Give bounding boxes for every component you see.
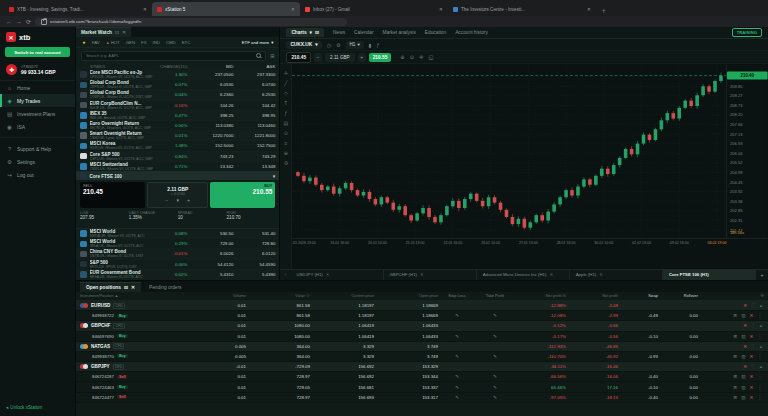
stop-loss-cell[interactable]: ✎ xyxy=(438,334,476,339)
chart-tab[interactable]: USDJPY (H1)✕ xyxy=(290,270,383,280)
open-chart-icon[interactable]: ▥ xyxy=(741,334,745,339)
column-header-swap[interactable]: Swap xyxy=(618,293,658,298)
instrument-row[interactable]: S&P 500SPY5.UK, SPDR, UCITS, DIST0.00%54… xyxy=(76,260,279,270)
instrument-row[interactable]: Smart Overnight ReturnCSH2.UK, Lyxor, UC… xyxy=(76,131,279,141)
volume-box[interactable]: 2.11 GBP ≈ 0.0100 − ▾ + xyxy=(147,182,208,208)
chart-tab[interactable]: Apple (H1)✕ xyxy=(570,270,663,280)
chart-settings-icon[interactable]: ⚙ xyxy=(336,42,340,48)
browser-tab[interactable]: XTB - Investing, Savings, Tradi...✕ xyxy=(4,2,152,16)
take-profit-cell[interactable]: ✎ xyxy=(476,374,514,379)
tab-open-positions[interactable]: Open positions ⊡ ✕ xyxy=(80,282,141,292)
popout-icon[interactable]: ⊡ xyxy=(124,285,128,290)
more-icon[interactable]: ⋮ xyxy=(757,374,762,379)
take-profit-cell[interactable]: ✎ xyxy=(476,313,514,318)
sidebar-item-settings[interactable]: ⚙Settings xyxy=(0,155,75,168)
browser-tab[interactable]: The Investors Centre - Investi...✕ xyxy=(448,2,596,16)
tab-close-icon[interactable]: ✕ xyxy=(439,6,443,12)
template-tool-icon[interactable]: ▤ xyxy=(284,120,289,126)
more-icon[interactable]: ⋮ xyxy=(751,364,756,369)
filter-fx[interactable]: FX xyxy=(141,40,147,45)
close-icon[interactable]: ✕ xyxy=(131,285,135,290)
instrument-row[interactable]: MSCI WorldSWDA.UK, iShares VII, UCITS, A… xyxy=(76,229,279,239)
add-tool-icon[interactable]: ⊕ xyxy=(284,150,288,156)
more-icon[interactable]: ⋮ xyxy=(757,385,762,390)
position-row[interactable]: 846724463Buy0.01729.05156.681153.337✎✎65… xyxy=(76,382,768,392)
close-position-icon[interactable]: ✕ xyxy=(750,374,754,379)
chart-tab[interactable]: GBPCHF (H1)✕ xyxy=(384,270,477,280)
filter-etf-and-more[interactable]: ETF and more▾ xyxy=(242,40,274,45)
selected-instrument-row[interactable]: Core FTSE 100 ▾ xyxy=(76,171,279,180)
close-position-icon[interactable]: ✕ xyxy=(750,334,754,339)
interval-select[interactable]: H1▾ xyxy=(346,41,364,49)
chart-tab-close-icon[interactable]: ✕ xyxy=(326,272,330,277)
duplicate-icon[interactable]: ⊞ xyxy=(733,313,737,318)
collapse-icon[interactable]: ▴ xyxy=(760,364,762,369)
popout-icon[interactable]: ⊡ xyxy=(315,30,319,35)
close-position-icon[interactable]: ✕ xyxy=(743,303,747,308)
chart-type-icon[interactable]: ▮ xyxy=(369,42,372,48)
zoom-in-icon[interactable]: ⊕ xyxy=(400,54,404,60)
column-header-net-profit-[interactable]: Net profit % xyxy=(514,293,566,298)
sidebar-item-log-out[interactable]: ↪Log out xyxy=(0,168,75,181)
ellipse-tool-icon[interactable]: ⊙ xyxy=(284,130,288,136)
close-position-icon[interactable]: ✕ xyxy=(750,395,754,400)
alert-icon[interactable]: ◷ xyxy=(327,42,331,48)
stop-loss-cell[interactable]: ✎ xyxy=(438,395,476,400)
close-position-icon[interactable]: ✕ xyxy=(743,323,747,328)
more-icon[interactable]: ⋮ xyxy=(757,313,762,318)
position-row[interactable]: 846697690Buy0.011080.001.064191.06433✎✎-… xyxy=(76,332,768,342)
layout-grid-icon[interactable]: ⊞ xyxy=(270,53,274,59)
position-row[interactable]: 849938770Buy0.005364.003.3293.749✎✎-110.… xyxy=(76,352,768,362)
more-icon[interactable]: ⋮ xyxy=(757,395,762,400)
instrument-row[interactable]: MSCI SwitzerlandCSW1.UK, iShares VII, UC… xyxy=(76,162,279,171)
zoom-out-icon[interactable]: ⊖ xyxy=(410,54,414,60)
column-header-value[interactable]: Value ⓘ xyxy=(246,293,310,298)
url-bar[interactable]: xstation5.xtb.com/?branch=uk#/demo/logge… xyxy=(35,18,347,26)
chart-tab[interactable]: Core FTSE 100 (H1) xyxy=(663,270,756,280)
instrument-row[interactable]: MSCI WorldIWDA.UK, iShares VII, UCITS, A… xyxy=(76,239,279,249)
unlock-xstation-link[interactable]: ◂ Unlock xStation xyxy=(0,399,75,416)
column-header-take-profit[interactable]: Take Profit xyxy=(476,293,514,298)
sell-button[interactable]: SELL 210.45 xyxy=(80,182,145,208)
forward-icon[interactable]: → xyxy=(16,19,22,25)
collapse-icon[interactable]: ▴ xyxy=(760,344,762,349)
close-position-icon[interactable]: ✕ xyxy=(743,364,747,369)
volume-decrease-button[interactable]: − xyxy=(314,53,322,62)
browser-tab[interactable]: xStation 5✕ xyxy=(152,2,300,16)
filter-cmd[interactable]: CMD xyxy=(166,40,176,45)
market-watch-tab[interactable]: Market Watch ⊡ ✕ xyxy=(76,27,131,37)
chart-tab-close-icon[interactable]: ✕ xyxy=(420,272,424,277)
account-summary[interactable]: ✚ #7366577 99 933.14 GBP xyxy=(0,59,75,81)
collapse-icon[interactable]: ▴ xyxy=(760,303,762,308)
duplicate-icon[interactable]: ⊞ xyxy=(733,354,737,359)
filter-fav[interactable]: FAV xyxy=(92,40,100,45)
instrument-row[interactable]: IBEX 35IB35.UK, Amundi, UCITS, ACC, GBP0… xyxy=(76,111,279,121)
instrument-row[interactable]: Core S&P 500CSP1.UK, iShares VII, UCITS,… xyxy=(76,152,279,162)
buy-price-button[interactable]: 210.55 xyxy=(369,53,392,62)
position-row[interactable]: EURUSDCFD0.01861.581.181971.18669-12.88%… xyxy=(76,301,768,311)
browser-tab[interactable]: Inbox (27) - Gmail✕ xyxy=(300,2,448,16)
filter-gen[interactable]: GEN xyxy=(126,40,135,45)
volume-increase-button[interactable]: + xyxy=(358,53,366,62)
duplicate-icon[interactable]: ⊞ xyxy=(733,395,737,400)
duplicate-icon[interactable]: ⊞ xyxy=(733,374,737,379)
take-profit-cell[interactable]: ✎ xyxy=(476,354,514,359)
take-profit-cell[interactable]: ✎ xyxy=(476,395,514,400)
buy-button[interactable]: BUY 210.55 xyxy=(210,182,275,208)
column-header-open-price[interactable]: Open price xyxy=(374,293,438,298)
volume-box[interactable]: 2.11 GBP xyxy=(325,53,355,62)
scroll-tabs-left-icon[interactable]: ‹ xyxy=(280,272,290,277)
close-position-icon[interactable]: ✕ xyxy=(750,354,754,359)
reload-icon[interactable]: ⟳ xyxy=(26,18,31,25)
table-settings-icon[interactable]: ⚙ xyxy=(761,293,765,298)
tab-charts[interactable]: Charts▾⊡ xyxy=(286,28,324,37)
volume-decrease-button[interactable]: − xyxy=(166,197,169,203)
instrument-row[interactable]: EUR CorpBondClim N...SUOE.UK, iShares II… xyxy=(76,101,279,111)
open-chart-icon[interactable]: ▥ xyxy=(741,374,745,379)
chart-tab-close-icon[interactable]: ✕ xyxy=(599,272,603,277)
favorites-star-icon[interactable]: ★ xyxy=(82,40,86,45)
position-row[interactable]: GBPJPYCFD-0.01-729.09156.692153.329-34.1… xyxy=(76,362,768,372)
back-icon[interactable]: ← xyxy=(6,19,12,25)
filter-hot[interactable]: ▲ HOT xyxy=(106,40,120,45)
sidebar-item-investment-plans[interactable]: ▤Investment Plans xyxy=(0,107,75,120)
